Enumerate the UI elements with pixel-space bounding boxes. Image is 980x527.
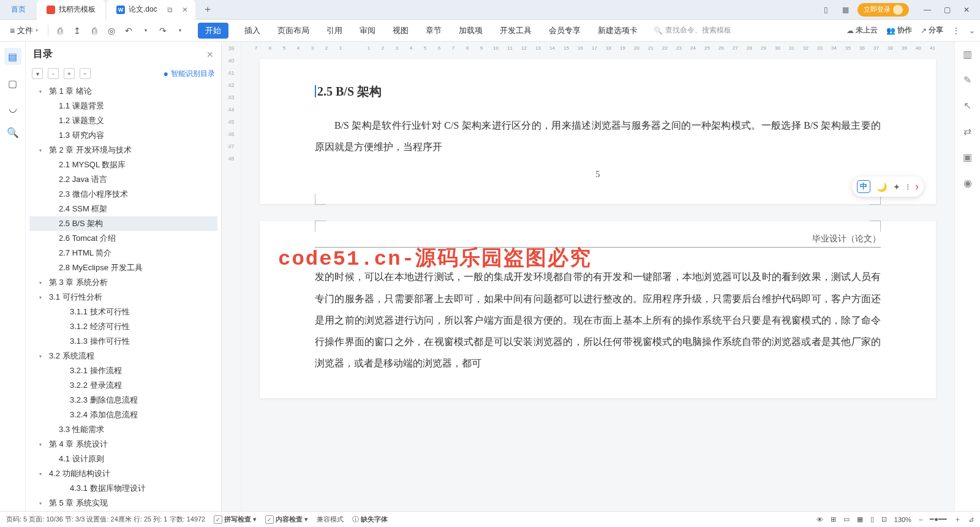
more-icon[interactable]: ⋮ <box>952 26 960 36</box>
apps-icon[interactable]: ▦ <box>838 2 853 17</box>
minimize-icon[interactable]: — <box>919 2 936 17</box>
outline-node[interactable]: 2.8 MyEclipse 开发工具 <box>29 260 217 275</box>
menu-5[interactable]: 视图 <box>391 23 410 39</box>
ai-outline-button[interactable]: 智能识别目录 <box>164 69 215 79</box>
outline-node[interactable]: 3.2.4 添加信息流程 <box>29 408 217 422</box>
menu-2[interactable]: 页面布局 <box>276 23 311 39</box>
tab-new[interactable]: ＋ <box>195 0 220 20</box>
tab-document[interactable]: W 论文.doc ⧉✕ <box>107 0 195 20</box>
outline-node[interactable]: 2.5 B/S 架构 <box>29 216 217 231</box>
zoom-in-icon[interactable]: ＋ <box>954 515 961 524</box>
menu-6[interactable]: 章节 <box>424 23 443 39</box>
zoom-fit-icon[interactable]: ⊡ <box>881 515 887 523</box>
close-window-icon[interactable]: ✕ <box>958 2 975 17</box>
add-icon[interactable]: + <box>64 68 75 79</box>
bookmark-icon[interactable]: ▢ <box>7 77 19 89</box>
ime-icon[interactable]: 中 <box>857 180 870 193</box>
sparkle-icon[interactable]: ✦ <box>893 182 900 192</box>
cloud-status[interactable]: ☁ 未上云 <box>846 25 878 36</box>
ribbon-icon[interactable]: ◡ <box>7 102 19 114</box>
zoom-out-icon[interactable]: − <box>919 516 922 523</box>
outline-node[interactable]: 3.3 性能需求 <box>29 422 217 437</box>
menu-4[interactable]: 审阅 <box>358 23 377 39</box>
outline-node[interactable]: ▾第 4 章 系统设计 <box>29 437 217 452</box>
panel-icon[interactable]: ▥ <box>962 48 974 60</box>
outline-node[interactable]: 2.3 微信小程序技术 <box>29 187 217 202</box>
missing-font[interactable]: ⓘ 缺失字体 <box>352 515 388 524</box>
tab-popout-icon[interactable]: ⧉ <box>165 4 176 15</box>
collapse-ribbon-icon[interactable]: ⌄ <box>969 26 975 35</box>
search-input[interactable]: 查找命令、搜索模板 <box>654 25 731 36</box>
outline-node[interactable]: ▾3.1 可行性分析 <box>29 290 217 305</box>
grid-icon[interactable]: ⊞ <box>831 515 836 523</box>
outline-node[interactable]: ▾第 3 章 系统分析 <box>29 275 217 290</box>
outline-node[interactable]: ▾3.2 系统流程 <box>29 349 217 363</box>
settings-icon[interactable]: ⇄ <box>962 125 974 137</box>
redo-drop-icon[interactable]: ▾ <box>173 24 187 37</box>
share-button[interactable]: ↗ 分享 <box>921 25 943 36</box>
print-icon[interactable]: ⎙ <box>88 24 101 37</box>
outline-close-icon[interactable]: ✕ <box>206 50 214 59</box>
save-icon[interactable]: ⎙ <box>53 24 67 37</box>
undo-icon[interactable]: ↶ <box>122 24 135 37</box>
moon-icon[interactable]: 🌙 <box>876 182 887 192</box>
eye-icon[interactable]: 👁 <box>816 516 823 523</box>
outline-node[interactable]: 3.2.1 操作流程 <box>29 363 217 378</box>
outline-node[interactable]: 3.1.3 操作可行性 <box>29 334 217 349</box>
read-icon[interactable]: ▯ <box>870 515 874 523</box>
contentcheck-toggle[interactable]: 内容检查 ▾ <box>265 515 308 524</box>
outline-node[interactable]: 3.1.1 技术可行性 <box>29 305 217 319</box>
redo-icon[interactable]: ↷ <box>156 24 170 37</box>
outline-node[interactable]: ▾第 5 章 系统实现 <box>29 496 217 510</box>
menu-7[interactable]: 加载项 <box>458 23 484 39</box>
outline-node[interactable]: 4.1 设计原则 <box>29 452 217 466</box>
expand-icon[interactable]: ▫ <box>48 68 59 79</box>
menu-1[interactable]: 插入 <box>243 23 262 39</box>
outline-node[interactable]: ▾第 2 章 开发环境与技术 <box>29 143 217 157</box>
outline-icon[interactable]: ▤ <box>4 48 21 65</box>
outline-node[interactable]: 2.2 Java 语言 <box>29 172 217 187</box>
search-rail-icon[interactable]: 🔍 <box>7 126 19 138</box>
layout-icon[interactable]: ▯ <box>818 2 833 17</box>
undo-drop-icon[interactable]: ▾ <box>139 24 153 37</box>
web-icon[interactable]: ▦ <box>857 515 863 523</box>
outline-node[interactable]: ▾4.2 功能结构设计 <box>29 466 217 481</box>
zoom-slider[interactable]: ━●━━ <box>930 515 947 523</box>
outline-node[interactable]: 1.3 研究内容 <box>29 128 217 143</box>
tab-home[interactable]: 首页 <box>0 0 37 20</box>
pencil-icon[interactable]: ✎ <box>962 74 974 86</box>
login-button[interactable]: 立即登录 <box>858 3 909 17</box>
menu-10[interactable]: 新建选项卡 <box>597 23 639 39</box>
outline-node[interactable]: 2.1 MYSQL 数据库 <box>29 157 217 172</box>
outline-node[interactable]: 3.1.2 经济可行性 <box>29 319 217 334</box>
collapse-all-icon[interactable]: ▾ <box>32 68 43 79</box>
book-icon[interactable]: ▭ <box>843 515 850 523</box>
menu-8[interactable]: 开发工具 <box>499 23 533 39</box>
preview-icon[interactable]: ◎ <box>105 24 118 37</box>
tab-templates[interactable]: 找稻壳模板 <box>37 0 105 20</box>
outline-node[interactable]: 2.6 Tomcat 介绍 <box>29 231 217 246</box>
float-toolbar[interactable]: 中 🌙 ✦ ⁝ › <box>852 176 924 197</box>
compat-mode[interactable]: 兼容模式 <box>317 515 344 524</box>
expand-arrow-icon[interactable]: › <box>915 180 919 193</box>
outline-node[interactable]: 1.2 课题意义 <box>29 113 217 128</box>
zoom-level[interactable]: 130% <box>894 516 911 523</box>
pointer-icon[interactable]: ↖ <box>962 99 974 112</box>
outline-node[interactable]: 3.2.2 登录流程 <box>29 378 217 393</box>
outline-node[interactable]: 1.1 课题背景 <box>29 99 217 113</box>
menu-3[interactable]: 引用 <box>325 23 344 39</box>
remove-icon[interactable]: − <box>80 68 91 79</box>
ruler[interactable]: 7654321123456789101112131415161718192021… <box>241 42 954 54</box>
maximize-icon[interactable]: ▢ <box>938 2 956 17</box>
collab-button[interactable]: 👥 协作 <box>886 25 912 36</box>
outline-node[interactable]: ▾第 1 章 绪论 <box>29 84 217 99</box>
export-icon[interactable]: ↥ <box>70 24 84 37</box>
outline-node[interactable]: 2.7 HTML 简介 <box>29 246 217 260</box>
file-menu[interactable]: 文件 <box>5 23 43 39</box>
outline-node[interactable]: 4.3.1 数据库物理设计 <box>29 481 217 496</box>
spellcheck-toggle[interactable]: 拼写检查 ▾ <box>214 515 257 524</box>
menu-9[interactable]: 会员专享 <box>548 23 582 39</box>
setting-icon[interactable]: ⁝ <box>907 182 909 192</box>
corner-icon[interactable]: ⊿ <box>968 515 974 523</box>
shape-icon[interactable]: ◉ <box>962 176 974 189</box>
